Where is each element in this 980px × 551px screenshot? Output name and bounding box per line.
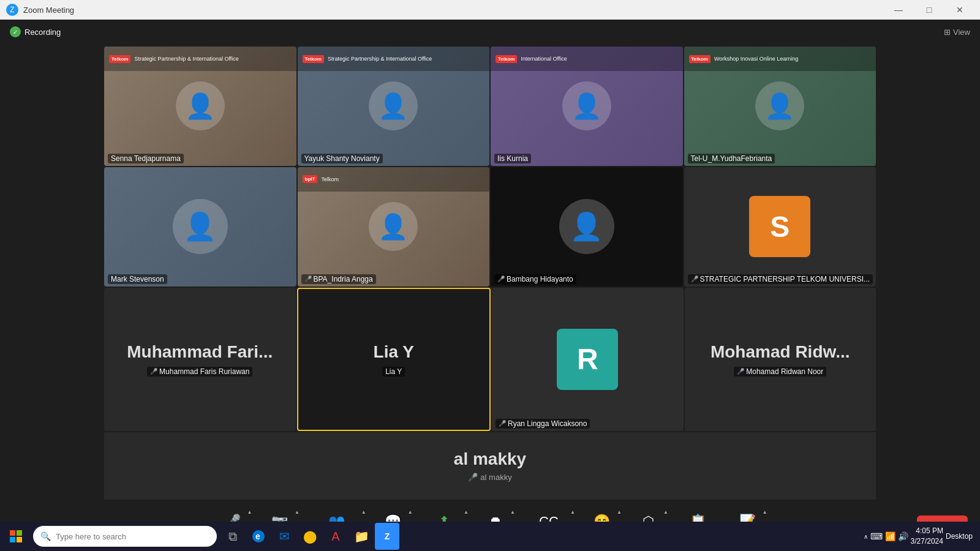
taskbar-chevron[interactable]: ∧ [864,533,868,540]
strategic-mic-icon: 🎤 [691,276,698,282]
yudha-banner-text: Workshop Inovasi Online Learning [714,56,798,62]
senna-name: Senna Tedjapurnama [111,154,181,163]
participant-yayuk[interactable]: Telkom Strategic Partnership & Internati… [298,47,490,166]
bpa-name-label: 🎤 BPA_Indria Angga [301,274,376,284]
faris-mic-icon: 🎤 [150,368,157,375]
mail-icon[interactable]: ✉ [272,523,296,550]
search-bar[interactable]: 🔍 [33,526,217,547]
strategic-avatar: S [749,196,810,257]
video-row-1: Telkom Strategic Partnership & Internati… [104,47,876,166]
zoom-taskbar-icon[interactable]: Z [375,523,399,550]
maximize-button[interactable]: □ [915,0,943,20]
bottom-participant-name: al makky [454,449,526,469]
recording-label: Recording [24,28,61,37]
bottom-label-text: al makky [480,473,511,482]
apps-caret[interactable]: ▲ [663,509,668,515]
lia-name-label: Lia Y [382,367,405,377]
participant-iis[interactable]: Telkom International Office 👤 Iis Kurnia [491,47,683,166]
mark-name: Mark Stevenson [111,275,164,283]
bpa-banner: bpIT Telkom [298,167,490,192]
participant-mark[interactable]: 👤 Mark Stevenson [104,167,296,287]
bottom-participant-area: al makky 🎤 al makky [104,432,876,500]
bambang-name-label: 🎤 Bambang Hidayanto [494,274,576,284]
start-button[interactable] [2,523,29,550]
ridwan-name: Mohamad Ridwan Noor [746,367,823,376]
task-view-button[interactable]: ⧉ [221,523,245,550]
captions-caret[interactable]: ▲ [570,509,575,515]
ridwan-name-label: 🎤 Mohamad Ridwan Noor [734,367,826,377]
participant-lia[interactable]: Lia Y Lia Y [297,288,491,431]
participant-strategic[interactable]: S 🎤 STRATEGIC PARTNERSHIP TELKOM UNIVERS… [684,167,876,287]
chrome-icon[interactable]: ⬤ [298,523,322,550]
video-feed-iis: Telkom International Office 👤 [491,47,683,166]
video-feed-yudha: Telkom Workshop Inovasi Online Learning … [684,47,876,166]
iis-banner-text: International Office [521,56,567,62]
strategic-name: STRATEGIC PARTNERSHIP TELKOM UNIVERSI... [700,275,870,283]
acrobat-icon[interactable]: A [323,523,348,550]
view-button[interactable]: ⊞ View [944,28,970,37]
participant-yudha[interactable]: Telkom Workshop Inovasi Online Learning … [684,47,876,166]
participants-caret[interactable]: ▲ [361,509,366,515]
minimize-button[interactable]: — [884,0,913,20]
participant-bambang[interactable]: 👤 🎤 Bambang Hidayanto [491,167,683,287]
close-button[interactable]: ✕ [946,0,974,20]
bpa-face: 👤 [369,202,418,251]
yayuk-banner: Telkom Strategic Partnership & Internati… [298,47,490,71]
participant-ridwan[interactable]: Mohamad Ridw... 🎤 Mohamad Ridwan Noor [685,288,876,431]
participant-bpa[interactable]: bpIT Telkom 👤 🎤 BPA_Indria Angga [298,167,490,287]
keyboard-icon: ⌨ [870,531,883,541]
faris-display-name: Muhammad Fari... [127,342,273,362]
record-caret[interactable]: ▲ [510,509,515,515]
recording-badge: ✓ Recording [10,26,61,37]
video-feed-senna: Telkom Strategic Partnership & Internati… [104,47,296,166]
zoom-icon: Z [6,4,18,16]
telkom-logo4: Telkom [689,55,710,63]
bpa-banner-text: Telkom [321,176,339,182]
svg-rect-2 [10,537,15,542]
bpa-name: BPA_Indria Angga [314,275,373,283]
reactions-caret[interactable]: ▲ [617,509,622,515]
unmute-caret[interactable]: ▲ [247,509,252,515]
video-feed-bpa: bpIT Telkom 👤 [298,167,490,287]
search-icon: 🔍 [40,531,51,541]
senna-name-label: Senna Tedjapurnama [108,154,184,163]
svg-text:e: e [255,531,260,541]
participant-faris[interactable]: Muhammad Fari... 🎤 Muhammad Faris Ruriaw… [104,288,296,431]
banner-text: Strategic Partnership & International Of… [134,56,238,62]
files-icon[interactable]: 📁 [349,523,374,550]
yudha-name: Tel-U_M.YudhaFebrianta [691,154,772,163]
desktop-label[interactable]: Desktop [946,532,973,541]
share-screen-caret[interactable]: ▲ [464,509,469,515]
taskbar-right: ∧ ⌨ 📶 🔊 4:05 PM 3/27/2024 Desktop [864,526,978,547]
iis-face: 👤 [562,81,611,130]
lia-display-name: Lia Y [374,342,414,362]
svg-rect-0 [10,530,15,536]
ryan-name-label: 🎤 Ryan Lingga Wicaksono [496,419,590,429]
faris-name: Muhammad Faris Ruriawan [159,367,249,376]
notes-caret[interactable]: ▲ [763,509,767,515]
svg-rect-3 [17,537,22,542]
titlebar-left: Z Zoom Meeting [6,4,74,16]
stop-video-caret[interactable]: ▲ [295,509,300,515]
yayuk-name: Yayuk Shanty Novianty [304,154,380,163]
chat-caret[interactable]: ▲ [408,509,413,515]
edge-icon[interactable]: e [246,523,271,550]
video-feed-bambang: 👤 [491,167,683,287]
iis-banner: Telkom International Office [491,47,683,71]
lia-name: Lia Y [385,367,402,376]
windows-logo [10,530,22,542]
bpa-mic-icon: 🎤 [304,276,312,282]
participant-senna[interactable]: Telkom Strategic Partnership & Internati… [104,47,296,166]
mark-name-label: Mark Stevenson [108,274,167,284]
titlebar-controls: — □ ✕ [884,0,974,20]
search-input[interactable] [56,532,209,541]
senna-banner: Telkom Strategic Partnership & Internati… [104,47,296,71]
titlebar-title: Zoom Meeting [23,6,74,15]
bpa-logo: bpIT [303,175,318,183]
bottom-participant-label: 🎤 al makky [468,473,511,482]
participant-ryan[interactable]: R 🎤 Ryan Lingga Wicaksono [492,288,684,431]
video-row-3: Muhammad Fari... 🎤 Muhammad Faris Ruriaw… [104,288,876,431]
ryan-mic-icon: 🎤 [499,420,506,427]
windows-taskbar: 🔍 ⧉ e ✉ ⬤ A 📁 Z ∧ ⌨ 📶 🔊 4:05 PM 3/27/202… [0,522,980,551]
yayuk-face: 👤 [369,81,418,130]
